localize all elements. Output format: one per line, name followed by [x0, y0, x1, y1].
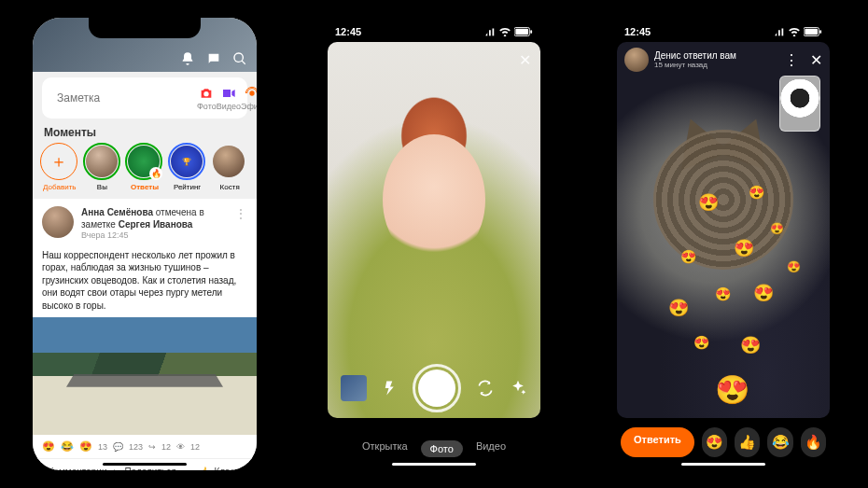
reaction-icon[interactable]: 😂: [61, 440, 74, 453]
video-icon: [221, 86, 236, 101]
svg-rect-3: [489, 30, 491, 35]
reply-button[interactable]: Ответить: [621, 427, 694, 457]
compose-photo[interactable]: Фото: [197, 85, 217, 111]
effects-icon[interactable]: [509, 379, 527, 397]
views-icon: 👁: [176, 442, 185, 452]
story-content[interactable]: Денис ответил вам 15 минут назад ⋮ ✕ 😍 😍…: [617, 42, 830, 418]
reaction-icon[interactable]: 😍: [79, 440, 92, 453]
device-notch: [89, 18, 201, 38]
phone-feed: Фото Видео Эфир Моменты ＋ Добавить Вы 🔥: [23, 8, 266, 480]
comment-icon: 💬: [113, 442, 123, 452]
status-time: 12:45: [624, 26, 651, 37]
home-indicator: [392, 463, 476, 466]
compose-card: Фото Видео Эфир: [42, 77, 247, 119]
reaction-swarm: 😍 😍 😍 😍 😍 😍 😍 😍 😍 😍 😍 😍: [617, 42, 830, 418]
share-icon: ↪: [148, 442, 156, 452]
avatar[interactable]: [42, 206, 74, 238]
wifi-icon: [498, 27, 511, 36]
home-indicator: [681, 463, 765, 466]
camera-viewfinder: ✕: [328, 42, 540, 418]
reaction-button[interactable]: 😂: [767, 427, 792, 457]
mode-video[interactable]: Видео: [476, 440, 506, 457]
compose-video[interactable]: Видео: [217, 85, 241, 111]
more-icon[interactable]: ⋮: [234, 206, 247, 242]
close-icon[interactable]: ✕: [519, 51, 531, 69]
svg-rect-4: [493, 29, 495, 36]
camera-icon: [199, 86, 214, 101]
comments-button[interactable]: 💬 Комментарии: [33, 459, 107, 470]
svg-point-0: [249, 91, 254, 95]
mode-postcard[interactable]: Открытка: [362, 440, 408, 457]
feed-image[interactable]: [33, 317, 257, 435]
svg-rect-7: [530, 30, 532, 34]
reaction-button[interactable]: 👍: [735, 427, 760, 457]
moment-item[interactable]: 🏆 Рейтинг: [168, 143, 207, 191]
status-time: 12:45: [335, 26, 361, 37]
wifi-icon: [788, 27, 801, 36]
messages-icon[interactable]: [206, 51, 221, 66]
camera-controls: [328, 364, 540, 412]
compose-live[interactable]: Эфир: [241, 85, 257, 111]
feed-body: Наш корреспондент несколько лет прожил в…: [33, 249, 257, 318]
feed-stats: 😍 😂 😍 13 💬123 ↪12 👁12: [33, 435, 257, 458]
device-notch: [667, 18, 779, 38]
story-reaction-bar: Ответить 😍 👍 😂 🔥: [611, 427, 835, 457]
moment-add[interactable]: ＋ Добавить: [40, 143, 79, 191]
search-icon[interactable]: [232, 51, 247, 66]
gallery-thumbnail[interactable]: [341, 375, 367, 401]
flash-icon[interactable]: [382, 380, 399, 397]
bell-icon[interactable]: [180, 51, 195, 66]
battery-icon: [804, 27, 822, 36]
phone-camera: 12:45 ✕ Открытка Фото Видео: [313, 8, 555, 480]
moment-item[interactable]: Вы: [83, 143, 122, 191]
mode-photo[interactable]: Фото: [421, 440, 463, 457]
like-button[interactable]: 👍 Класс: [182, 459, 257, 470]
reaction-icon[interactable]: 😍: [42, 440, 55, 453]
home-indicator: [103, 463, 187, 466]
reaction-button[interactable]: 😍: [702, 427, 727, 457]
shutter-button[interactable]: [413, 364, 461, 412]
moment-item[interactable]: 🔥 Ответы: [125, 143, 164, 191]
broadcast-icon: [245, 86, 257, 101]
feed-card: Анна Семёнова отмечена в заметке Сергея …: [33, 199, 257, 470]
moments-header: Моменты: [33, 119, 257, 143]
svg-rect-11: [782, 29, 784, 36]
camera-mode-tabs: Открытка Фото Видео: [322, 440, 546, 457]
svg-rect-6: [515, 29, 528, 35]
face-preview: [383, 134, 485, 265]
compose-input[interactable]: [57, 91, 197, 105]
moments-row: ＋ Добавить Вы 🔥 Ответы 🏆 Рейтинг Костя: [33, 143, 257, 199]
svg-rect-14: [819, 30, 821, 34]
reaction-button[interactable]: 🔥: [801, 427, 826, 457]
feed-head-text: Анна Семёнова отмечена в заметке Сергея …: [81, 206, 227, 242]
switch-camera-icon[interactable]: [476, 379, 495, 397]
moment-item[interactable]: Костя: [210, 143, 249, 191]
svg-rect-13: [805, 29, 818, 35]
phone-story: 12:45 Денис ответил вам 15 минут назад ⋮…: [602, 8, 845, 480]
svg-rect-10: [778, 30, 780, 35]
battery-icon: [514, 27, 533, 36]
device-notch: [378, 18, 490, 38]
